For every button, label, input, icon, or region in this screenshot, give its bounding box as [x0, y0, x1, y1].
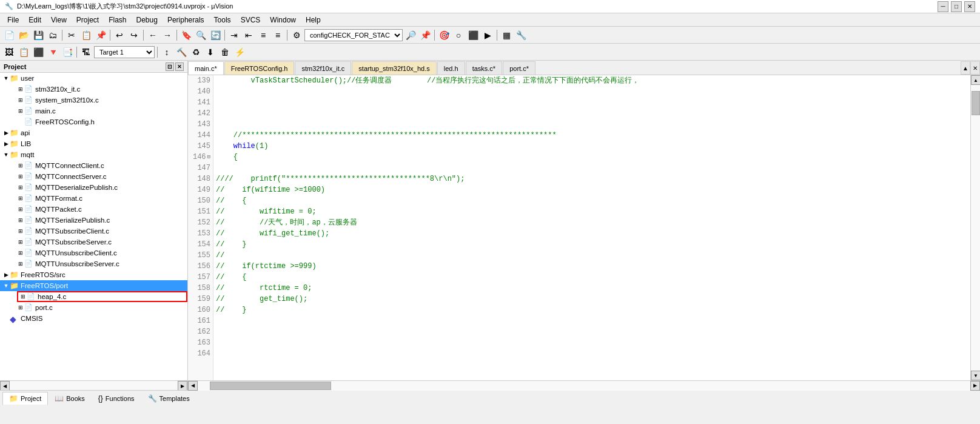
editor-hscrollbar[interactable]: ◀ ▶: [188, 380, 980, 390]
menu-window[interactable]: Window: [265, 13, 301, 26]
tree-item-mqttsubclient[interactable]: ⊞ 📄 MQTTSubscribeClient.c: [0, 226, 187, 237]
tb2-build[interactable]: 🔨: [175, 45, 188, 59]
tree-item-freertossrc[interactable]: ▶ 📁 FreeRTOS/src: [0, 269, 187, 280]
menu-svcs[interactable]: SVCS: [236, 13, 266, 26]
tab-port-c[interactable]: port.c*: [503, 61, 535, 75]
run-btn[interactable]: ▶: [481, 29, 494, 42]
bottom-tab-templates[interactable]: 🔧 Templates: [141, 392, 196, 405]
vscroll-thumb[interactable]: [972, 91, 980, 115]
hscroll-left-btn[interactable]: ◀: [188, 381, 198, 391]
tab-close-all[interactable]: ✕: [970, 61, 980, 75]
search-btn[interactable]: 🔎: [404, 29, 417, 42]
tree-item-cmsis[interactable]: ◆ CMSIS: [0, 313, 187, 324]
tb2-2[interactable]: 📋: [17, 45, 30, 59]
open-btn[interactable]: 📂: [17, 29, 30, 42]
tb2-clear[interactable]: 🗑: [218, 45, 232, 59]
menu-file[interactable]: File: [2, 13, 24, 26]
tree-item-mqttdeserialize[interactable]: ⊞ 📄 MQTTDeserializePublish.c: [0, 182, 187, 193]
tree-item-heap4[interactable]: ⊞ 📄 heap_4.c: [17, 291, 187, 302]
menu-tools[interactable]: Tools: [209, 13, 236, 26]
tab-main-c[interactable]: main.c*: [188, 61, 224, 75]
hscroll-thumb[interactable]: [210, 382, 331, 390]
save-btn[interactable]: 💾: [32, 29, 45, 42]
tree-item-mqttunsubclient[interactable]: ⊞ 📄 MQTTUnsubscribeClient.c: [0, 247, 187, 258]
paste-btn[interactable]: 📌: [94, 29, 107, 42]
tb2-3[interactable]: ⬛: [32, 45, 45, 59]
tb2-cursor[interactable]: ↕: [160, 45, 173, 59]
new-btn[interactable]: 📄: [2, 29, 16, 42]
menu-flash[interactable]: Flash: [104, 13, 131, 26]
tree-item-stm32f10x-it[interactable]: ⊞ 📄 stm32f10x_it.c: [0, 84, 187, 95]
code-editor[interactable]: 139 140 141 142 143 144 145 146 ⊟ 147 14…: [188, 75, 970, 380]
tab-freertosconfig-h[interactable]: FreeRTOSConfig.h: [224, 61, 295, 75]
tb2-5[interactable]: 📑: [61, 45, 74, 59]
bottom-tab-books[interactable]: 📖 Books: [48, 392, 92, 405]
tree-item-mqttconnectserver[interactable]: ⊞ 📄 MQTTConnectServer.c: [0, 171, 187, 182]
copy-btn[interactable]: 📋: [79, 29, 93, 42]
editor-vscrollbar[interactable]: ▲ ▼: [970, 75, 980, 380]
pin-btn[interactable]: 📌: [418, 29, 432, 42]
vscroll-down-btn[interactable]: ▼: [971, 371, 980, 380]
menu-view[interactable]: View: [46, 13, 72, 26]
vscroll-up-btn[interactable]: ▲: [971, 75, 980, 85]
tree-item-freertosconfig[interactable]: 📄 FreeRTOSConfig.h: [0, 116, 187, 127]
panel-scroll-right[interactable]: ▶: [178, 381, 187, 390]
menu-help[interactable]: Help: [301, 13, 326, 26]
target-select[interactable]: Target 1: [94, 46, 155, 58]
cut-btn[interactable]: ✂: [65, 29, 78, 42]
tree-item-lib[interactable]: ▶ 📁 LIB: [0, 138, 187, 149]
tree-item-mqttserialize[interactable]: ⊞ 📄 MQTTSerializePublish.c: [0, 215, 187, 226]
indent-btn[interactable]: ⇥: [227, 29, 241, 42]
tab-scroll-up[interactable]: ▲: [961, 61, 970, 75]
tree-item-user[interactable]: ▼ 📁 user: [0, 73, 187, 84]
tb2-rebuild[interactable]: ♻: [189, 45, 203, 59]
tab-stm32f10x-it-c[interactable]: stm32f10x_it.c: [295, 61, 351, 75]
tb2-load[interactable]: ⬇: [204, 45, 217, 59]
config-dropdown[interactable]: configCHECK_FOR_STAC: [304, 29, 403, 41]
close-button[interactable]: ✕: [964, 1, 975, 12]
hscroll-right-btn[interactable]: ▶: [970, 381, 980, 391]
tb2-1[interactable]: 🖼: [2, 45, 16, 59]
minimize-button[interactable]: ─: [938, 1, 948, 12]
maximize-button[interactable]: □: [951, 1, 962, 12]
code-content[interactable]: vTaskStartScheduler();//任务调度器 //当程序执行完这句…: [213, 75, 970, 380]
target-btn[interactable]: 🎯: [437, 29, 451, 42]
tab-startup[interactable]: startup_stm32f10x_hd.s: [352, 61, 436, 75]
tree-item-system[interactable]: ⊞ 📄 system_stm32f10x.c: [0, 95, 187, 106]
tree-item-api[interactable]: ▶ 📁 api: [0, 127, 187, 138]
save-all-btn[interactable]: 🗂: [46, 29, 59, 42]
config-btn[interactable]: ⚙: [290, 29, 303, 42]
nav-back-btn[interactable]: ←: [146, 29, 159, 42]
stop-btn[interactable]: ⬛: [466, 29, 480, 42]
menu-edit[interactable]: Edit: [24, 13, 46, 26]
nav-fwd-btn[interactable]: →: [161, 29, 174, 42]
bottom-tab-functions[interactable]: {} Functions: [92, 392, 141, 405]
redo-btn[interactable]: ↪: [127, 29, 141, 42]
tree-item-portc[interactable]: ⊞ 📄 port.c: [0, 302, 187, 313]
replace-btn[interactable]: 🔄: [209, 29, 222, 42]
bottom-tab-project[interactable]: 📁 Project: [2, 392, 48, 405]
bookmark-btn[interactable]: 🔖: [180, 29, 193, 42]
window-controls[interactable]: ─ □ ✕: [938, 1, 975, 12]
tree-item-mqttformat[interactable]: ⊞ 📄 MQTTFormat.c: [0, 193, 187, 204]
menu-project[interactable]: Project: [72, 13, 104, 26]
menu-debug[interactable]: Debug: [132, 13, 163, 26]
layout-btn[interactable]: ▦: [500, 29, 513, 42]
format2-btn[interactable]: ≡: [271, 29, 284, 42]
tree-item-mqttsubserver[interactable]: ⊞ 📄 MQTTSubscribeServer.c: [0, 237, 187, 247]
tree-item-mqttconnectclient[interactable]: ⊞ 📄 MQTTConnectClient.c: [0, 160, 187, 171]
tab-led-h[interactable]: led.h: [437, 61, 465, 75]
circle-btn[interactable]: ○: [452, 29, 465, 42]
tree-item-mqttunsubserver[interactable]: ⊞ 📄 MQTTUnsubscribeServer.c: [0, 258, 187, 269]
tree-item-main[interactable]: ⊞ 📄 main.c: [0, 106, 187, 116]
format-btn[interactable]: ≡: [257, 29, 270, 42]
tb2-4[interactable]: 🔻: [46, 45, 59, 59]
panel-float-btn[interactable]: ⊡: [166, 62, 174, 71]
tools2-btn[interactable]: 🔧: [514, 29, 528, 42]
tab-tasks-c[interactable]: tasks.c*: [466, 61, 503, 75]
tb2-flash[interactable]: ⚡: [233, 45, 246, 59]
panel-close-btn[interactable]: ✕: [175, 62, 184, 71]
tree-item-mqttpacket[interactable]: ⊞ 📄 MQTTPacket.c: [0, 204, 187, 215]
menu-peripherals[interactable]: Peripherals: [163, 13, 209, 26]
tree-item-freertosport[interactable]: ▼ 📁 FreeRTOS/port: [0, 280, 187, 291]
